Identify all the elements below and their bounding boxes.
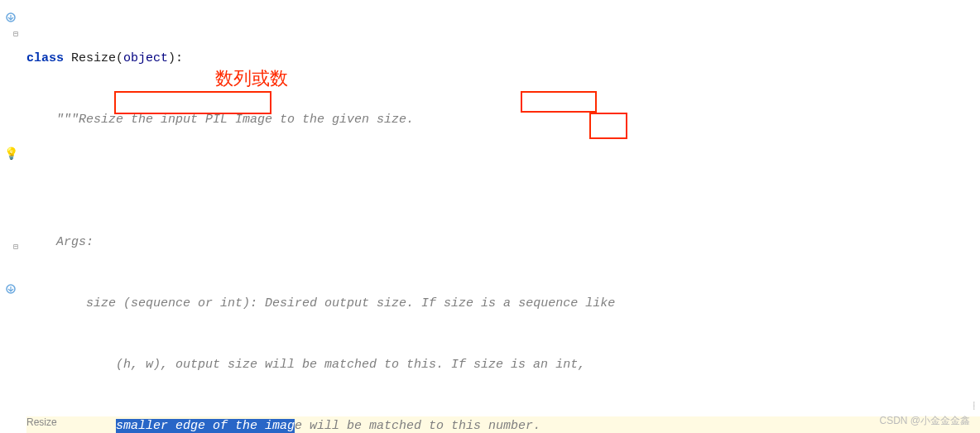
code-editor[interactable]: class Resize(object): """Resize the inpu… [26, 7, 980, 408]
code-line: """Resize the input PIL Image to the giv… [26, 110, 980, 129]
class-name: Resize [71, 51, 116, 65]
punct: ): [168, 51, 183, 65]
docstring: like [578, 296, 615, 310]
method-override-icon[interactable] [3, 281, 18, 296]
docstring: int [555, 358, 578, 372]
watermark: CSDN @小金金金鑫 [879, 414, 970, 428]
editor-gutter: ⊟ 💡 ⊟ [0, 0, 23, 433]
docstring: , [578, 358, 585, 372]
docstring: : Desired output size. If size is a [250, 296, 518, 310]
docstring: size [56, 296, 123, 310]
docstring: """Resize the input PIL Image to the giv… [56, 113, 414, 127]
docstring: (sequence or int) [123, 296, 250, 310]
fold-icon[interactable]: ⊟ [13, 242, 23, 252]
keyword: class [26, 51, 71, 65]
selection: smaller edge of the imag [116, 419, 295, 433]
docstring: Args: [56, 235, 94, 249]
code-line: (h, w), output size will be matched to t… [26, 355, 980, 374]
base-class: object [123, 51, 168, 65]
docstring: (h, w), output size will be matched to t… [56, 358, 555, 372]
code-line: Args: [26, 233, 980, 252]
code-line: class Resize(object): [26, 49, 980, 68]
breadcrumb[interactable]: Resize [26, 416, 57, 428]
code-line [26, 171, 980, 190]
docstring: sequence [518, 296, 578, 310]
code-line: size (sequence or int): Desired output s… [26, 294, 980, 313]
intention-bulb-icon[interactable]: 💡 [3, 146, 18, 161]
punct: ( [116, 51, 123, 65]
method-override-icon[interactable] [3, 10, 18, 25]
fold-icon[interactable]: ⊟ [13, 29, 23, 39]
docstring: e will be matched to this number. [295, 419, 540, 433]
code-line-highlighted: smaller edge of the image will be matche… [26, 416, 980, 433]
